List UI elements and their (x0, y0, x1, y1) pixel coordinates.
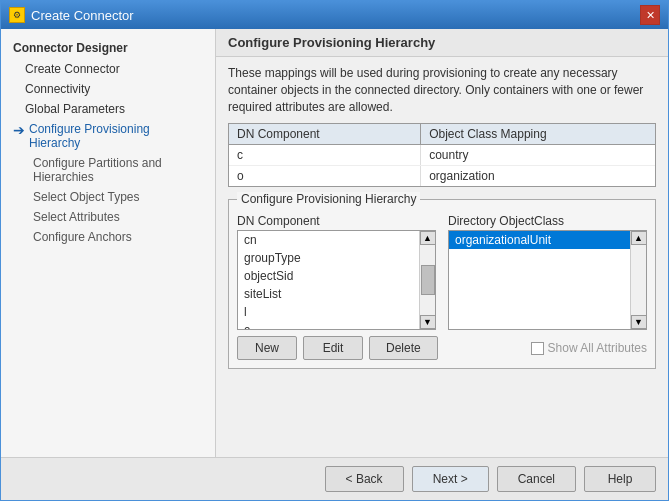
next-button[interactable]: Next > (412, 466, 489, 492)
main-window: ⚙ Create Connector ✕ Connector Designer … (0, 0, 669, 501)
sidebar-item-select-object-types[interactable]: Select Object Types (1, 187, 215, 207)
dir-scrollbar[interactable]: ▲ ▼ (630, 231, 646, 329)
content-area: Connector Designer Create Connector Conn… (1, 29, 668, 457)
two-column-layout: DN Component cn groupType objectSid site… (237, 214, 647, 330)
sidebar-item-configure-anchors[interactable]: Configure Anchors (1, 227, 215, 247)
sidebar-item-create-connector[interactable]: Create Connector (1, 59, 215, 79)
title-bar: ⚙ Create Connector ✕ (1, 1, 668, 29)
list-item[interactable]: c (238, 321, 419, 329)
show-all-text: Show All Attributes (548, 341, 647, 355)
title-bar-left: ⚙ Create Connector (9, 7, 134, 23)
delete-button[interactable]: Delete (369, 336, 438, 360)
help-button[interactable]: Help (584, 466, 656, 492)
show-all-label[interactable]: Show All Attributes (531, 341, 647, 355)
cancel-button[interactable]: Cancel (497, 466, 576, 492)
dn-cell: o (229, 166, 421, 187)
sidebar-section-label: Connector Designer (1, 37, 215, 59)
edit-button[interactable]: Edit (303, 336, 363, 360)
dir-list[interactable]: organizationalUnit ▲ ▼ (448, 230, 647, 330)
dn-column-header: DN Component (237, 214, 436, 228)
mapping-cell: organization (421, 166, 655, 187)
mapping-table-container: DN Component Object Class Mapping c coun… (228, 123, 656, 187)
window-title: Create Connector (31, 8, 134, 23)
dir-scroll-down-btn[interactable]: ▼ (631, 315, 647, 329)
dir-list-inner: organizationalUnit (449, 231, 630, 329)
list-item[interactable]: cn (238, 231, 419, 249)
dir-class-column: Directory ObjectClass organizationalUnit… (448, 214, 647, 330)
scrollbar[interactable]: ▲ ▼ (419, 231, 435, 329)
sidebar-item-global-parameters[interactable]: Global Parameters (1, 99, 215, 119)
dir-column-header: Directory ObjectClass (448, 214, 647, 228)
main-content: These mappings will be used during provi… (216, 57, 668, 457)
new-button[interactable]: New (237, 336, 297, 360)
active-arrow-icon: ➔ (13, 122, 25, 138)
table-row[interactable]: o organization (229, 166, 655, 187)
description-text: These mappings will be used during provi… (228, 65, 656, 115)
col-header-mapping: Object Class Mapping (421, 124, 655, 145)
sidebar-item-configure-partitions[interactable]: Configure Partitions and Hierarchies (1, 153, 215, 187)
main-panel: Configure Provisioning Hierarchy These m… (216, 29, 668, 457)
dn-list-inner: cn groupType objectSid siteList l c ou (238, 231, 419, 329)
show-all-checkbox[interactable] (531, 342, 544, 355)
back-button[interactable]: < Back (325, 466, 404, 492)
list-item[interactable]: objectSid (238, 267, 419, 285)
scroll-down-btn[interactable]: ▼ (420, 315, 436, 329)
sidebar-item-select-attributes[interactable]: Select Attributes (1, 207, 215, 227)
list-item[interactable]: siteList (238, 285, 419, 303)
app-icon: ⚙ (9, 7, 25, 23)
scroll-thumb (421, 265, 435, 295)
list-item-selected[interactable]: organizationalUnit (449, 231, 630, 249)
action-button-row: New Edit Delete Show All Attributes (237, 336, 647, 360)
sidebar-item-connectivity[interactable]: Connectivity (1, 79, 215, 99)
configure-group-title: Configure Provisioning Hierarchy (237, 192, 420, 206)
scroll-up-btn[interactable]: ▲ (420, 231, 436, 245)
sidebar: Connector Designer Create Connector Conn… (1, 29, 216, 457)
close-button[interactable]: ✕ (640, 5, 660, 25)
dn-component-column: DN Component cn groupType objectSid site… (237, 214, 436, 330)
list-item[interactable]: groupType (238, 249, 419, 267)
mapping-table: DN Component Object Class Mapping c coun… (229, 124, 655, 186)
mapping-cell: country (421, 145, 655, 166)
dn-list[interactable]: cn groupType objectSid siteList l c ou (237, 230, 436, 330)
table-row[interactable]: c country (229, 145, 655, 166)
sidebar-item-label: Configure Provisioning Hierarchy (29, 122, 203, 150)
dir-scroll-up-btn[interactable]: ▲ (631, 231, 647, 245)
list-item[interactable]: l (238, 303, 419, 321)
col-header-dn: DN Component (229, 124, 421, 145)
sidebar-item-configure-provisioning-hierarchy[interactable]: ➔ Configure Provisioning Hierarchy (1, 119, 215, 153)
footer: < Back Next > Cancel Help (1, 457, 668, 500)
dn-cell: c (229, 145, 421, 166)
main-header: Configure Provisioning Hierarchy (216, 29, 668, 57)
configure-group-inner: DN Component cn groupType objectSid site… (229, 200, 655, 368)
configure-group: Configure Provisioning Hierarchy DN Comp… (228, 199, 656, 369)
